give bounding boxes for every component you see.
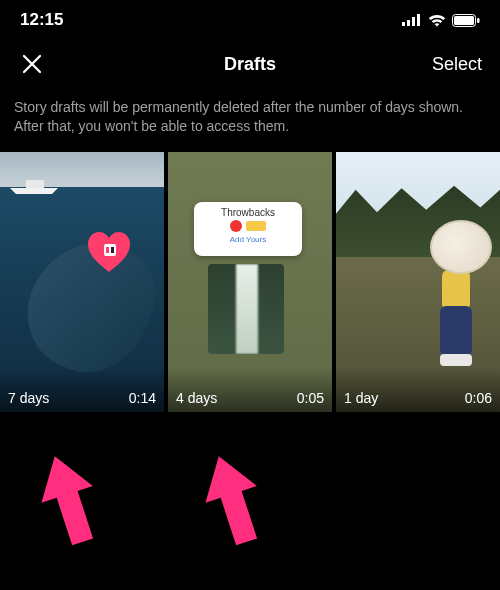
- child-illustration: [413, 226, 488, 366]
- draft-overlay: 7 days 0:14: [0, 368, 164, 412]
- sticker-add-yours: Add Yours: [199, 235, 297, 244]
- select-button[interactable]: Select: [432, 54, 482, 75]
- draft-overlay: 4 days 0:05: [168, 368, 332, 412]
- svg-rect-2: [412, 17, 415, 26]
- svg-rect-10: [111, 247, 114, 253]
- cellular-signal-icon: [402, 14, 422, 26]
- draft-thumbnail: Throwbacks Add Yours 4 days 0:05: [168, 152, 332, 412]
- nav-bar: Drafts Select: [0, 40, 500, 88]
- draft-item[interactable]: Throwbacks Add Yours 4 days 0:05: [168, 152, 332, 412]
- svg-rect-8: [104, 244, 116, 256]
- battery-icon: [452, 14, 480, 27]
- heart-sticker-icon: [86, 230, 132, 276]
- annotation-arrow-icon: [32, 450, 106, 550]
- svg-rect-9: [106, 247, 109, 253]
- wifi-icon: [428, 14, 446, 27]
- drafts-grid: 7 days 0:14 Throwbacks Add Yours 4 days …: [0, 152, 500, 412]
- draft-thumbnail: 1 day 0:06: [336, 152, 500, 412]
- draft-duration: 0:14: [129, 390, 156, 406]
- draft-thumbnail: 7 days 0:14: [0, 152, 164, 412]
- draft-duration: 0:06: [465, 390, 492, 406]
- info-text: Story drafts will be permanently deleted…: [0, 88, 500, 152]
- svg-rect-7: [26, 180, 44, 188]
- boat-illustration: [8, 178, 60, 196]
- close-button[interactable]: [18, 50, 46, 78]
- throwbacks-sticker: Throwbacks Add Yours: [194, 202, 302, 256]
- svg-rect-5: [454, 16, 474, 25]
- draft-item[interactable]: 7 days 0:14: [0, 152, 164, 412]
- waterfall-photo: [208, 264, 284, 354]
- draft-expiry: 4 days: [176, 390, 217, 406]
- annotation-arrow-icon: [196, 450, 270, 550]
- draft-item[interactable]: 1 day 0:06: [336, 152, 500, 412]
- draft-duration: 0:05: [297, 390, 324, 406]
- draft-expiry: 1 day: [344, 390, 378, 406]
- page-title: Drafts: [0, 54, 500, 75]
- status-time: 12:15: [20, 10, 63, 30]
- svg-rect-3: [417, 14, 420, 26]
- status-indicators: [402, 14, 480, 27]
- close-icon: [21, 53, 43, 75]
- draft-overlay: 1 day 0:06: [336, 368, 500, 412]
- draft-expiry: 7 days: [8, 390, 49, 406]
- sticker-label: Throwbacks: [199, 207, 297, 218]
- svg-rect-1: [407, 20, 410, 26]
- status-bar: 12:15: [0, 0, 500, 40]
- svg-rect-0: [402, 22, 405, 26]
- svg-rect-6: [477, 18, 480, 23]
